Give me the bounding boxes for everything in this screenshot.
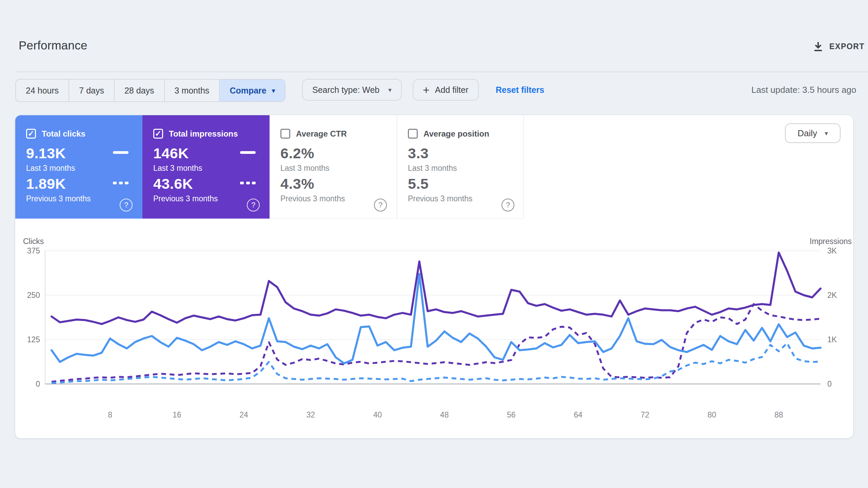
metric-card-title: Total clicks [42,129,85,139]
metric-label-primary: Last 3 months [280,164,329,173]
metric-label-secondary: Previous 3 months [408,194,472,203]
help-icon[interactable]: ? [247,199,260,211]
legend-solid-mark [113,151,129,154]
plus-icon: + [423,84,430,96]
add-filter-button[interactable]: + Add filter [413,79,479,101]
performance-panel: ✓ Total clicks 9.13K Last 3 months 1.89K… [15,115,853,438]
caret-down-icon: ▾ [825,129,828,137]
date-range-tabs: 24 hours 7 days 28 days 3 months Compare… [15,79,285,102]
metric-card-title: Average CTR [296,129,347,139]
help-icon[interactable]: ? [120,199,133,211]
caret-down-icon: ▾ [272,87,275,95]
legend-dashed-mark [240,182,256,184]
header-divider [15,72,868,72]
granularity-dropdown[interactable]: Daily ▾ [785,123,841,143]
metric-value-primary: 146K [153,145,189,162]
metric-label-secondary: Previous 3 months [26,194,91,203]
search-type-dropdown[interactable]: Search type: Web ▾ [302,79,402,101]
metric-card-title: Average position [423,129,489,139]
checkbox-checked-icon[interactable]: ✓ [153,129,163,139]
metric-label-secondary: Previous 3 months [153,194,218,203]
metric-value-secondary: 5.5 [408,176,429,192]
metric-label-secondary: Previous 3 months [280,194,345,203]
help-icon[interactable]: ? [501,199,514,211]
metric-card-title: Total impressions [169,129,238,139]
export-label: EXPORT [829,42,865,51]
metric-value-secondary: 1.89K [26,176,66,192]
metric-card-total-impressions[interactable]: ✓ Total impressions 146K Last 3 months 4… [142,115,270,219]
metric-label-primary: Last 3 months [408,164,457,173]
legend-dashed-mark [113,182,129,184]
tab-28-days[interactable]: 28 days [114,80,164,101]
metric-label-primary: Last 3 months [26,164,75,173]
granularity-label: Daily [797,128,817,139]
metric-value-primary: 6.2% [280,145,314,162]
caret-down-icon: ▾ [388,86,392,94]
metric-value-secondary: 43.6K [153,176,193,192]
tab-3-months[interactable]: 3 months [164,80,219,101]
metric-label-primary: Last 3 months [153,164,202,173]
export-button[interactable]: EXPORT [812,41,865,52]
tab-24-hours[interactable]: 24 hours [16,80,68,101]
last-update-text: Last update: 3.5 hours ago [751,79,856,101]
tab-compare[interactable]: Compare ▾ [219,80,285,101]
legend-solid-mark [240,151,256,154]
tab-compare-label: Compare [230,86,266,96]
tab-7-days[interactable]: 7 days [68,80,114,101]
checkbox-unchecked-icon[interactable] [280,129,290,139]
add-filter-label: Add filter [435,85,469,95]
help-icon[interactable]: ? [374,199,387,211]
reset-filters-link[interactable]: Reset filters [496,79,544,101]
metric-card-total-clicks[interactable]: ✓ Total clicks 9.13K Last 3 months 1.89K… [15,115,142,219]
checkbox-checked-icon[interactable]: ✓ [26,129,36,139]
metric-value-secondary: 4.3% [280,176,314,192]
page-title: Performance [19,39,87,52]
search-type-label: Search type: Web [312,85,379,95]
download-icon [812,41,824,52]
metric-value-primary: 3.3 [408,145,429,162]
checkbox-unchecked-icon[interactable] [408,129,418,139]
metric-value-primary: 9.13K [26,145,66,162]
metric-card-average-position[interactable]: Average position 3.3 Last 3 months 5.5 P… [397,115,524,219]
metric-card-average-ctr[interactable]: Average CTR 6.2% Last 3 months 4.3% Prev… [270,115,397,219]
